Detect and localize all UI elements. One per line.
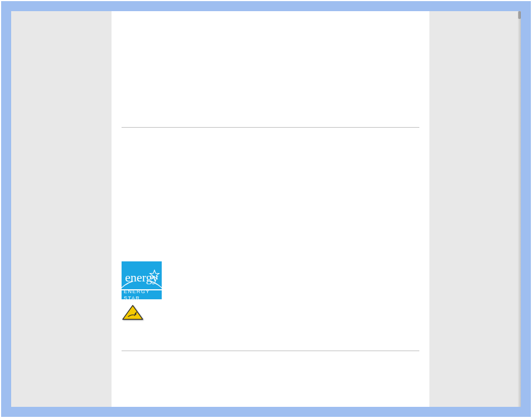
star-icon (149, 269, 160, 283)
page-edge-shadow (518, 11, 521, 407)
energy-star-logo-top: energy (122, 261, 162, 289)
horizontal-rule (122, 351, 419, 351)
page-stage: energy ENERGY STAR (11, 11, 521, 407)
vertical-scrollbar-thumb[interactable] (518, 11, 521, 19)
energy-star-logo: energy ENERGY STAR (122, 261, 162, 299)
page-content: energy ENERGY STAR (112, 11, 429, 351)
document-viewer-frame: energy ENERGY STAR (1, 1, 531, 417)
energy-star-arc (122, 281, 162, 289)
esd-warning-icon (122, 305, 144, 320)
svg-marker-0 (123, 305, 143, 319)
energy-star-bar-text: ENERGY STAR (122, 290, 162, 299)
document-page: energy ENERGY STAR (112, 11, 429, 407)
horizontal-rule (122, 127, 419, 128)
